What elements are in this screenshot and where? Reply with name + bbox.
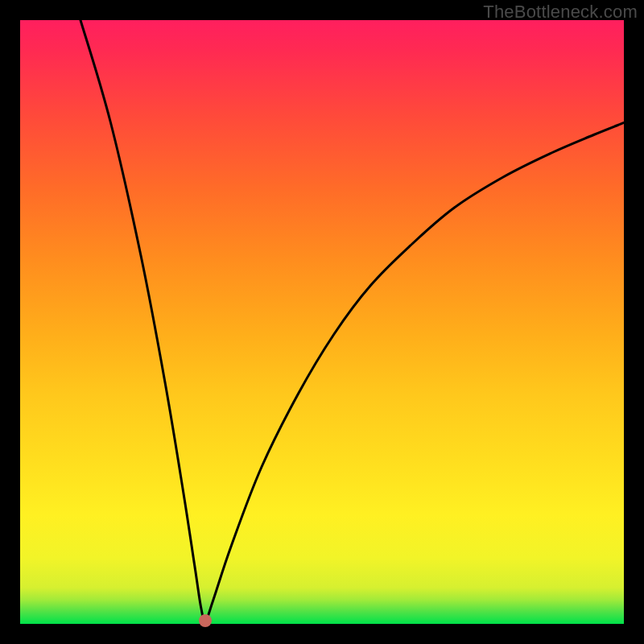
chart-frame xyxy=(20,20,624,624)
bottleneck-curve xyxy=(20,20,624,624)
optimal-point-marker xyxy=(199,614,212,627)
